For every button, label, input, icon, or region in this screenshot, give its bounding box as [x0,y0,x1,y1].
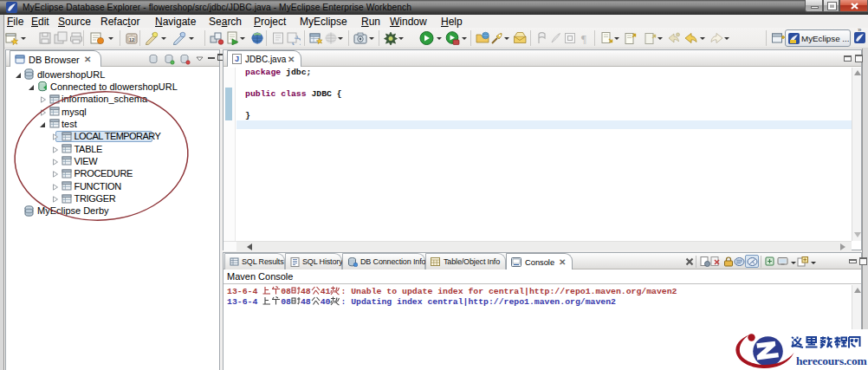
svg-text:J: J [235,55,239,63]
svg-text:herecours.com: herecours.com [796,354,867,367]
svg-text:¶: ¶ [581,32,586,45]
svg-text:12: 12 [129,37,135,42]
